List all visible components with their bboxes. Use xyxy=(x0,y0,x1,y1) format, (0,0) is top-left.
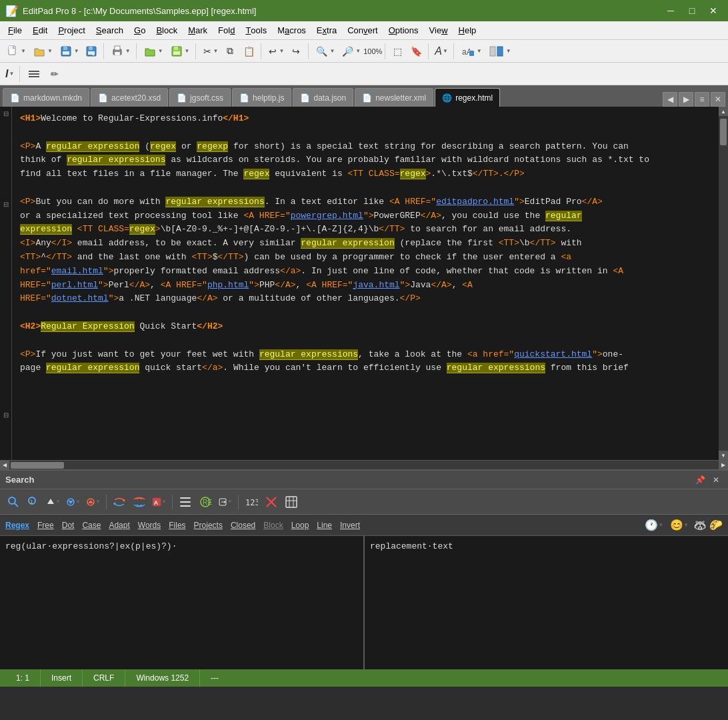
close-button[interactable]: ✕ xyxy=(704,3,723,18)
search-csv-button[interactable] xyxy=(282,493,301,511)
edit-pencil-button[interactable]: ✏ xyxy=(46,65,63,83)
project-open-dropdown[interactable]: ▼ xyxy=(140,41,165,62)
menu-extra[interactable]: Extra xyxy=(311,21,342,39)
search-pin-button[interactable]: 📌 xyxy=(693,473,707,487)
tabs-close-button[interactable]: ✕ xyxy=(711,92,725,107)
tabs-next-button[interactable]: ▶ xyxy=(679,92,693,107)
tab-datajson[interactable]: 📄 data.json xyxy=(293,88,353,107)
gutter-fold-2[interactable]: ⊟ xyxy=(2,200,10,208)
save-dropdown[interactable]: ▼ xyxy=(56,41,81,62)
menu-tools[interactable]: Tools xyxy=(240,21,272,39)
search-extract-dropdown[interactable]: ▼ xyxy=(216,493,235,511)
menu-edit[interactable]: Edit xyxy=(27,21,53,39)
save-as-button[interactable]: + xyxy=(83,43,100,60)
vertical-scrollbar[interactable]: ▲ ▼ xyxy=(719,107,728,460)
opt-projects[interactable]: Projects xyxy=(194,521,223,530)
minimize-button[interactable]: ─ xyxy=(661,3,680,18)
opt-loop[interactable]: Loop xyxy=(291,521,309,530)
edit-tb-button[interactable] xyxy=(25,65,43,83)
search-collect-button[interactable] xyxy=(176,493,195,511)
open-dropdown[interactable]: ▼ xyxy=(29,41,55,62)
horizontal-scrollbar[interactable]: ◀ ▶ xyxy=(0,460,728,469)
search-close-button[interactable]: ✕ xyxy=(709,473,723,487)
tab-newsletter[interactable]: 📄 newsletter.xml xyxy=(355,88,433,107)
paste-button[interactable]: 📋 xyxy=(240,43,257,60)
tab-regex[interactable]: 🌐 regex.html xyxy=(435,88,500,107)
search-count-button[interactable]: 1 xyxy=(24,493,43,511)
open-button[interactable] xyxy=(31,43,47,60)
zoom-out-dropdown[interactable]: 🔎 ▼ xyxy=(338,41,363,62)
new-button[interactable] xyxy=(5,43,21,60)
undo-button[interactable]: ↩ xyxy=(267,43,279,60)
save-button[interactable] xyxy=(58,43,74,60)
zoom-in-button[interactable]: 🔍 xyxy=(314,43,329,60)
opt-case[interactable]: Case xyxy=(82,521,101,530)
menu-project[interactable]: Project xyxy=(53,21,90,39)
opt-adapt[interactable]: Adapt xyxy=(109,521,129,530)
editor-content[interactable]: <H1>Welcome to Regular-Expressions.info<… xyxy=(12,107,719,460)
tabs-prev-button[interactable]: ◀ xyxy=(663,92,677,107)
maximize-button[interactable]: □ xyxy=(683,3,701,18)
search-next-dropdown[interactable]: ▼ xyxy=(84,493,103,511)
zoom-out-button[interactable]: 🔎 xyxy=(340,43,355,60)
opt-words[interactable]: Words xyxy=(138,521,161,530)
new-dropdown[interactable]: ▼ xyxy=(3,41,28,62)
zoom-in-dropdown[interactable]: 🔍 ▼ xyxy=(312,41,337,62)
tab-markdown[interactable]: 📄 markdown.mkdn xyxy=(3,88,89,107)
menu-convert[interactable]: Convert xyxy=(342,21,383,39)
search-num-button[interactable]: 123 xyxy=(242,493,261,511)
opt-regex[interactable]: Regex xyxy=(5,521,29,530)
copy-button[interactable]: ⧉ xyxy=(221,43,239,60)
menu-options[interactable]: Options xyxy=(383,21,424,39)
menu-help[interactable]: Help xyxy=(453,21,482,39)
search-extract-button[interactable]: RE xyxy=(196,493,215,511)
syntax-button[interactable]: aA xyxy=(459,43,477,60)
opt-files[interactable]: Files xyxy=(169,521,185,530)
menu-go[interactable]: Go xyxy=(129,21,151,39)
print-dropdown[interactable]: ▼ xyxy=(107,41,133,62)
font-dropdown[interactable]: A ▼ xyxy=(432,41,450,62)
search-pattern-input[interactable]: reg(ular·expressions?|ex(p|es)?)· xyxy=(0,536,363,669)
undo-dropdown[interactable]: ↩ ▼ xyxy=(265,41,286,62)
syntax-dropdown[interactable]: aA ▼ xyxy=(457,41,484,62)
scroll-thumb-v[interactable] xyxy=(720,119,727,145)
search-emoji-dropdown-2[interactable]: 😊 ▼ xyxy=(668,517,691,533)
gutter-fold-3[interactable]: ⊟ xyxy=(2,411,10,419)
menu-file[interactable]: File xyxy=(3,21,27,39)
opt-closed[interactable]: Closed xyxy=(231,521,255,530)
search-replace-all-button[interactable] xyxy=(130,493,149,511)
redo-button[interactable]: ↪ xyxy=(287,43,305,60)
scroll-thumb-h[interactable] xyxy=(11,462,64,469)
scroll-down-arrow[interactable]: ▼ xyxy=(719,451,728,460)
edit-tb-dropdown[interactable] xyxy=(23,63,45,85)
view-dropdown[interactable]: ▼ xyxy=(485,41,513,62)
gutter-fold-1[interactable]: ⊟ xyxy=(2,109,10,117)
tab-acetext[interactable]: 📄 acetext20.xsd xyxy=(91,88,168,107)
menu-search[interactable]: Search xyxy=(91,21,129,39)
search-find-button[interactable] xyxy=(4,493,23,511)
search-delete-button[interactable] xyxy=(262,493,281,511)
search-replacement-input[interactable]: replacement·text xyxy=(365,536,728,669)
opt-line[interactable]: Line xyxy=(317,521,332,530)
toggle-bookmark-button[interactable]: 🔖 xyxy=(407,43,425,60)
scroll-up-arrow[interactable]: ▲ xyxy=(719,107,728,116)
opt-invert[interactable]: Invert xyxy=(340,521,360,530)
font2-dropdown[interactable]: I ▼ xyxy=(3,63,16,85)
scroll-right-arrow[interactable]: ▶ xyxy=(719,461,728,470)
project-open-button[interactable] xyxy=(142,43,158,60)
opt-block[interactable]: Block xyxy=(263,521,283,530)
search-direction-dropdown[interactable]: ▼ xyxy=(44,493,63,511)
search-replace-button[interactable] xyxy=(110,493,129,511)
menu-block[interactable]: Block xyxy=(151,21,183,39)
font-button[interactable]: A xyxy=(434,43,443,60)
scroll-left-arrow[interactable]: ◀ xyxy=(0,461,9,470)
cut-dropdown[interactable]: ✂ ▼ xyxy=(199,41,221,62)
opt-dot[interactable]: Dot xyxy=(62,521,75,530)
tabs-list-button[interactable]: ≡ xyxy=(695,92,709,107)
opt-free[interactable]: Free xyxy=(37,521,54,530)
menu-macros[interactable]: Macros xyxy=(272,21,311,39)
zoom-reset-button[interactable]: 100% xyxy=(364,43,381,60)
tab-helptip[interactable]: 📄 helptip.js xyxy=(232,88,291,107)
menu-fold[interactable]: Fold xyxy=(213,21,240,39)
print-button[interactable] xyxy=(109,43,125,60)
